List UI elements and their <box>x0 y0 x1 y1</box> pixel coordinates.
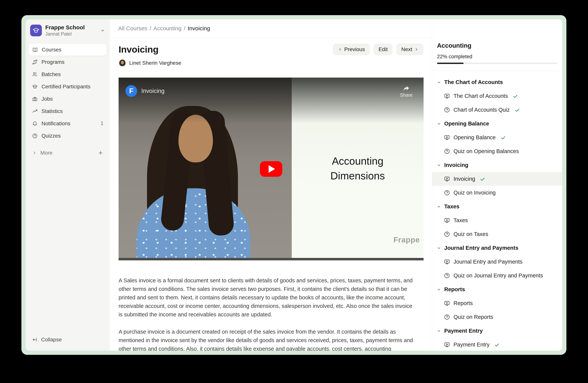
previous-button[interactable]: Previous <box>333 43 370 55</box>
outline-item-quiz-on-journal-entry-and-payments[interactable]: Quiz on Journal Entry and Payments <box>432 269 562 283</box>
outline-item-label: Payment Entry <box>454 342 489 348</box>
outline-section-reports[interactable]: Reports <box>432 283 562 296</box>
graduation-cap-icon <box>32 84 38 90</box>
quiz-icon <box>444 190 450 196</box>
check-icon <box>514 107 520 113</box>
next-button[interactable]: Next <box>396 43 423 55</box>
course-outline-sidebar: Accounting 22% completed The Chart of Ac… <box>432 19 562 351</box>
course-outline-list: The Chart of Accounts The Chart of Accou… <box>432 71 562 351</box>
video-player[interactable]: Accounting Dimensions Frappe F Invoicing… <box>119 77 423 260</box>
channel-avatar[interactable]: F <box>126 85 137 97</box>
school-switcher-text: Frappe School Jannat Patel <box>45 24 85 37</box>
outline-item-label: Invoicing <box>454 176 475 182</box>
quiz-icon <box>444 231 450 237</box>
quiz-icon <box>444 107 450 113</box>
slide-title: Accounting Dimensions <box>292 154 423 183</box>
users-icon <box>32 72 38 77</box>
check-icon <box>500 135 506 140</box>
main-content: All Courses / Accounting / Invoicing Inv… <box>110 19 432 351</box>
outline-item-label: Taxes <box>454 217 468 224</box>
chevron-down-icon <box>437 163 441 168</box>
video-lesson-icon <box>444 342 450 348</box>
outline-section-title: Payment Entry <box>444 328 483 334</box>
outline-item-invoicing[interactable]: Invoicing <box>432 172 562 186</box>
sidebar-item-notifications[interactable]: Notifications 1 <box>29 117 107 130</box>
play-button[interactable] <box>260 161 282 177</box>
user-name: Jannat Patel <box>45 31 85 37</box>
sidebar-item-statistics[interactable]: Statistics <box>29 105 107 117</box>
outline-item-quiz-on-reports[interactable]: Quiz on Reports <box>432 310 562 324</box>
author-avatar <box>119 59 126 67</box>
author-name: Linet Sherin Varghese <box>129 60 181 66</box>
lesson-content: Invoicing Previous Edit Next <box>110 38 432 351</box>
collapse-sidebar-button[interactable]: Collapse <box>29 334 107 346</box>
outline-section-taxes[interactable]: Taxes <box>432 200 562 213</box>
outline-item-label: Quiz on Journal Entry and Payments <box>454 272 543 279</box>
sidebar-more-toggle[interactable]: More <box>29 147 107 159</box>
sidebar-item-jobs[interactable]: Jobs <box>29 93 107 105</box>
outline-item-label: Reports <box>454 300 473 306</box>
quiz-icon <box>444 314 450 320</box>
breadcrumb-all-courses[interactable]: All Courses <box>118 25 147 32</box>
add-button[interactable] <box>98 150 104 156</box>
collapse-icon <box>32 337 38 343</box>
outline-item-quiz-on-taxes[interactable]: Quiz on Taxes <box>432 227 562 241</box>
breadcrumb-accounting[interactable]: Accounting <box>153 25 182 32</box>
outline-section-payment-entry[interactable]: Payment Entry <box>432 324 562 338</box>
briefcase-icon <box>32 96 38 102</box>
outline-item-payment-entry[interactable]: Payment Entry <box>432 338 562 351</box>
outline-section-journal-entry-and-payments[interactable]: Journal Entry and Payments <box>432 241 562 255</box>
outline-section-title: Opening Balance <box>444 120 489 127</box>
share-icon <box>402 84 411 92</box>
breadcrumb: All Courses / Accounting / Invoicing <box>110 19 432 38</box>
outline-item-taxes[interactable]: Taxes <box>432 213 562 227</box>
page-title: Invoicing <box>119 44 159 55</box>
course-progress-fill <box>437 63 463 64</box>
app-window: Frappe School Jannat Patel Courses Progr… <box>26 19 562 351</box>
chevron-right-icon <box>414 47 419 52</box>
outline-item-journal-entry-and-payments[interactable]: Journal Entry and Payments <box>432 255 562 269</box>
outline-item-reports[interactable]: Reports <box>432 296 562 310</box>
chevron-down-icon <box>437 204 441 209</box>
bell-icon <box>32 121 38 126</box>
sidebar-item-batches[interactable]: Batches <box>29 68 107 80</box>
sidebar-item-courses[interactable]: Courses <box>29 43 107 56</box>
course-progress-bar <box>437 63 557 64</box>
outline-section-chart-of-accounts[interactable]: The Chart of Accounts <box>432 75 562 89</box>
more-label: More <box>40 150 52 156</box>
next-button-label: Next <box>401 46 412 52</box>
outline-section-opening-balance[interactable]: Opening Balance <box>432 117 562 131</box>
chevron-down-icon <box>437 287 441 292</box>
play-icon <box>269 165 275 173</box>
sidebar-item-label: Notifications <box>42 120 70 127</box>
previous-button-label: Previous <box>344 46 365 52</box>
video-lesson-icon <box>444 176 450 182</box>
outline-item-opening-balance[interactable]: Opening Balance <box>432 131 562 144</box>
sidebar-item-certified-participants[interactable]: Certified Participants <box>29 80 107 93</box>
share-label: Share <box>400 92 413 98</box>
chevron-down-icon <box>437 329 441 333</box>
outline-section-title: Journal Entry and Payments <box>444 245 519 251</box>
edit-button-label: Edit <box>378 46 388 52</box>
outline-item-quiz-on-invoicing[interactable]: Quiz on Invoicing <box>432 186 562 200</box>
course-title: Accounting <box>437 42 557 49</box>
sidebar-item-label: Programs <box>42 59 64 65</box>
sidebar-item-programs[interactable]: Programs <box>29 56 107 68</box>
school-switcher[interactable]: Frappe School Jannat Patel <box>29 24 107 37</box>
share-button[interactable]: Share <box>400 84 413 98</box>
edit-button[interactable]: Edit <box>374 43 393 55</box>
outline-item-chart-of-accounts-quiz[interactable]: Chart of Accounts Quiz <box>432 103 562 117</box>
frappe-watermark: Frappe <box>394 236 420 244</box>
sidebar-item-quizzes[interactable]: Quizzes <box>29 130 107 142</box>
chevron-down-icon <box>437 121 441 126</box>
frappe-school-logo <box>30 25 42 36</box>
outline-item-the-chart-of-accounts[interactable]: The Chart of Accounts <box>432 89 562 103</box>
outline-section-invoicing[interactable]: Invoicing <box>432 158 562 172</box>
video-title[interactable]: Invoicing <box>141 88 165 95</box>
left-sidebar: Frappe School Jannat Patel Courses Progr… <box>26 19 110 351</box>
outline-item-quiz-on-opening-balances[interactable]: Quiz on Opening Balances <box>432 144 562 158</box>
notifications-count-badge: 1 <box>101 120 104 126</box>
sidebar-item-label: Batches <box>42 71 61 77</box>
outline-section-title: The Chart of Accounts <box>444 79 503 85</box>
outline-item-label: Journal Entry and Payments <box>454 259 523 265</box>
